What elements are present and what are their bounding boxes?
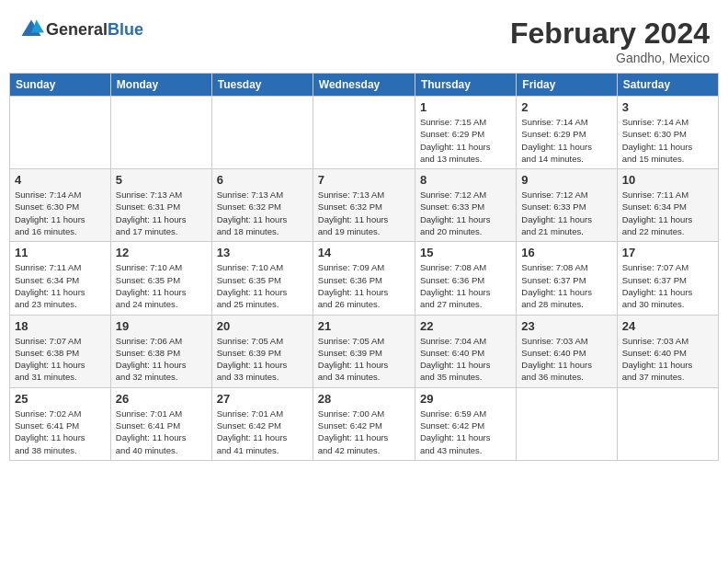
calendar-cell: 16Sunrise: 7:08 AM Sunset: 6:37 PM Dayli… <box>517 242 617 315</box>
calendar-cell <box>313 97 415 169</box>
day-number: 11 <box>15 246 106 259</box>
calendar-cell: 17Sunrise: 7:07 AM Sunset: 6:37 PM Dayli… <box>617 242 718 315</box>
calendar-week-row: 11Sunrise: 7:11 AM Sunset: 6:34 PM Dayli… <box>10 242 719 315</box>
weekday-header-saturday: Saturday <box>617 74 718 97</box>
logo-blue-text: Blue <box>108 20 143 39</box>
calendar-cell: 15Sunrise: 7:08 AM Sunset: 6:36 PM Dayli… <box>415 242 516 315</box>
day-number: 7 <box>318 173 410 187</box>
calendar-body: 1Sunrise: 7:15 AM Sunset: 6:29 PM Daylig… <box>10 97 719 461</box>
day-number: 16 <box>521 246 611 259</box>
day-info: Sunrise: 7:06 AM Sunset: 6:38 PM Dayligh… <box>116 335 207 384</box>
day-number: 5 <box>116 173 207 187</box>
day-info: Sunrise: 7:13 AM Sunset: 6:32 PM Dayligh… <box>217 189 308 237</box>
day-info: Sunrise: 7:10 AM Sunset: 6:35 PM Dayligh… <box>116 261 207 310</box>
day-info: Sunrise: 7:02 AM Sunset: 6:41 PM Dayligh… <box>15 408 106 456</box>
day-number: 28 <box>318 392 410 406</box>
calendar-cell: 28Sunrise: 7:00 AM Sunset: 6:42 PM Dayli… <box>313 387 415 460</box>
day-info: Sunrise: 6:59 AM Sunset: 6:42 PM Dayligh… <box>420 408 511 456</box>
calendar-cell <box>10 97 111 169</box>
day-number: 1 <box>420 100 511 114</box>
day-info: Sunrise: 7:10 AM Sunset: 6:35 PM Dayligh… <box>217 261 308 310</box>
day-number: 6 <box>217 173 308 187</box>
calendar-cell: 7Sunrise: 7:13 AM Sunset: 6:32 PM Daylig… <box>313 169 415 242</box>
calendar-header: SundayMondayTuesdayWednesdayThursdayFrid… <box>10 74 719 97</box>
day-number: 21 <box>318 319 410 333</box>
month-year-title: February 2024 <box>510 17 710 51</box>
day-number: 18 <box>15 319 106 333</box>
calendar-cell: 9Sunrise: 7:12 AM Sunset: 6:33 PM Daylig… <box>517 169 617 242</box>
calendar-cell <box>110 97 211 169</box>
day-number: 24 <box>622 319 713 333</box>
weekday-header-row: SundayMondayTuesdayWednesdayThursdayFrid… <box>10 74 719 97</box>
day-number: 14 <box>318 246 410 259</box>
calendar-cell: 3Sunrise: 7:14 AM Sunset: 6:30 PM Daylig… <box>617 97 718 169</box>
day-number: 25 <box>15 392 106 406</box>
location-subtitle: Gandho, Mexico <box>510 51 710 65</box>
weekday-header-sunday: Sunday <box>10 74 111 97</box>
day-info: Sunrise: 7:11 AM Sunset: 6:34 PM Dayligh… <box>622 189 713 237</box>
calendar-cell <box>617 387 718 460</box>
day-info: Sunrise: 7:05 AM Sunset: 6:39 PM Dayligh… <box>318 335 410 384</box>
logo-icon <box>18 17 44 42</box>
calendar-cell: 14Sunrise: 7:09 AM Sunset: 6:36 PM Dayli… <box>313 242 415 315</box>
calendar-week-row: 1Sunrise: 7:15 AM Sunset: 6:29 PM Daylig… <box>10 97 719 169</box>
day-info: Sunrise: 7:01 AM Sunset: 6:42 PM Dayligh… <box>217 408 308 456</box>
day-info: Sunrise: 7:03 AM Sunset: 6:40 PM Dayligh… <box>521 335 611 384</box>
calendar-cell: 2Sunrise: 7:14 AM Sunset: 6:29 PM Daylig… <box>517 97 617 169</box>
day-number: 27 <box>217 392 308 406</box>
calendar-cell: 26Sunrise: 7:01 AM Sunset: 6:41 PM Dayli… <box>110 387 211 460</box>
day-number: 3 <box>622 100 713 114</box>
day-number: 13 <box>217 246 308 259</box>
day-info: Sunrise: 7:00 AM Sunset: 6:42 PM Dayligh… <box>318 408 410 456</box>
calendar-cell: 20Sunrise: 7:05 AM Sunset: 6:39 PM Dayli… <box>211 315 313 387</box>
calendar-cell: 10Sunrise: 7:11 AM Sunset: 6:34 PM Dayli… <box>617 169 718 242</box>
day-info: Sunrise: 7:01 AM Sunset: 6:41 PM Dayligh… <box>116 408 207 456</box>
calendar-cell: 24Sunrise: 7:03 AM Sunset: 6:40 PM Dayli… <box>617 315 718 387</box>
calendar-cell: 23Sunrise: 7:03 AM Sunset: 6:40 PM Dayli… <box>517 315 617 387</box>
weekday-header-tuesday: Tuesday <box>211 74 313 97</box>
day-number: 23 <box>521 319 611 333</box>
calendar-cell: 6Sunrise: 7:13 AM Sunset: 6:32 PM Daylig… <box>211 169 313 242</box>
day-info: Sunrise: 7:08 AM Sunset: 6:36 PM Dayligh… <box>420 261 511 310</box>
day-number: 22 <box>420 319 511 333</box>
day-number: 29 <box>420 392 511 406</box>
day-info: Sunrise: 7:14 AM Sunset: 6:30 PM Dayligh… <box>15 189 106 237</box>
calendar-cell: 27Sunrise: 7:01 AM Sunset: 6:42 PM Dayli… <box>211 387 313 460</box>
calendar-week-row: 4Sunrise: 7:14 AM Sunset: 6:30 PM Daylig… <box>10 169 719 242</box>
calendar-cell: 21Sunrise: 7:05 AM Sunset: 6:39 PM Dayli… <box>313 315 415 387</box>
day-info: Sunrise: 7:14 AM Sunset: 6:30 PM Dayligh… <box>622 116 713 165</box>
weekday-header-thursday: Thursday <box>415 74 516 97</box>
logo: GeneralBlue <box>18 17 143 42</box>
day-info: Sunrise: 7:14 AM Sunset: 6:29 PM Dayligh… <box>521 116 611 165</box>
day-info: Sunrise: 7:13 AM Sunset: 6:31 PM Dayligh… <box>116 189 207 237</box>
day-info: Sunrise: 7:05 AM Sunset: 6:39 PM Dayligh… <box>217 335 308 384</box>
calendar-week-row: 25Sunrise: 7:02 AM Sunset: 6:41 PM Dayli… <box>10 387 719 460</box>
day-info: Sunrise: 7:07 AM Sunset: 6:38 PM Dayligh… <box>15 335 106 384</box>
day-number: 15 <box>420 246 511 259</box>
weekday-header-friday: Friday <box>517 74 617 97</box>
calendar-cell: 8Sunrise: 7:12 AM Sunset: 6:33 PM Daylig… <box>415 169 516 242</box>
calendar-cell: 13Sunrise: 7:10 AM Sunset: 6:35 PM Dayli… <box>211 242 313 315</box>
calendar-cell <box>211 97 313 169</box>
day-number: 10 <box>622 173 713 187</box>
day-number: 8 <box>420 173 511 187</box>
day-number: 19 <box>116 319 207 333</box>
calendar-cell: 22Sunrise: 7:04 AM Sunset: 6:40 PM Dayli… <box>415 315 516 387</box>
day-number: 2 <box>521 100 611 114</box>
calendar-week-row: 18Sunrise: 7:07 AM Sunset: 6:38 PM Dayli… <box>10 315 719 387</box>
day-info: Sunrise: 7:09 AM Sunset: 6:36 PM Dayligh… <box>318 261 410 310</box>
day-number: 20 <box>217 319 308 333</box>
day-info: Sunrise: 7:07 AM Sunset: 6:37 PM Dayligh… <box>622 261 713 310</box>
page-header: GeneralBlue February 2024 Gandho, Mexico <box>9 9 719 69</box>
calendar-cell: 19Sunrise: 7:06 AM Sunset: 6:38 PM Dayli… <box>110 315 211 387</box>
calendar-table: SundayMondayTuesdayWednesdayThursdayFrid… <box>9 73 719 461</box>
day-info: Sunrise: 7:12 AM Sunset: 6:33 PM Dayligh… <box>420 189 511 237</box>
day-info: Sunrise: 7:12 AM Sunset: 6:33 PM Dayligh… <box>521 189 611 237</box>
weekday-header-wednesday: Wednesday <box>313 74 415 97</box>
logo-general-text: General <box>46 20 108 39</box>
day-info: Sunrise: 7:15 AM Sunset: 6:29 PM Dayligh… <box>420 116 511 165</box>
day-info: Sunrise: 7:04 AM Sunset: 6:40 PM Dayligh… <box>420 335 511 384</box>
day-info: Sunrise: 7:13 AM Sunset: 6:32 PM Dayligh… <box>318 189 410 237</box>
day-number: 17 <box>622 246 713 259</box>
calendar-cell: 12Sunrise: 7:10 AM Sunset: 6:35 PM Dayli… <box>110 242 211 315</box>
